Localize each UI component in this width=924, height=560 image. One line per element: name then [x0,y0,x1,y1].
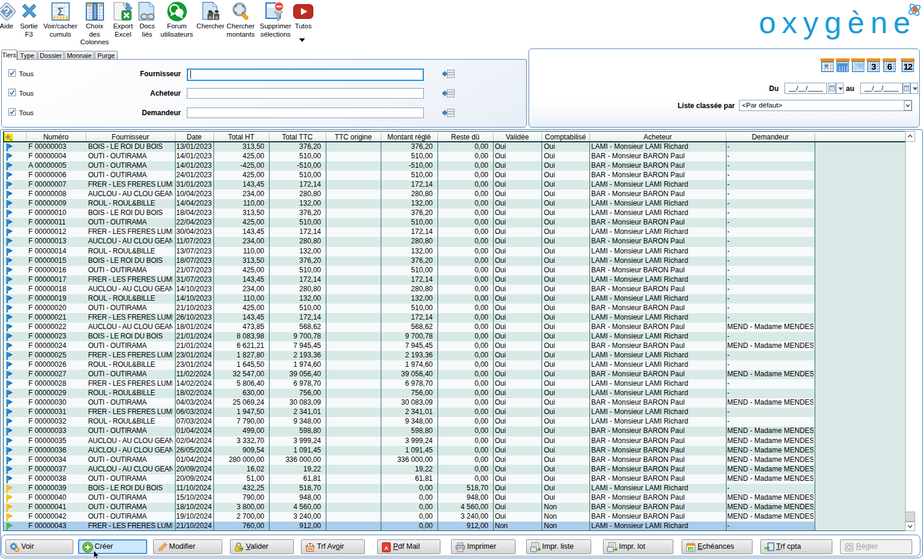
svg-text:Σ: Σ [57,6,64,18]
svg-text:A: A [384,545,388,551]
svg-text:?: ? [3,5,10,18]
svg-text:$: $ [309,543,311,546]
svg-text:10: 10 [689,547,693,551]
